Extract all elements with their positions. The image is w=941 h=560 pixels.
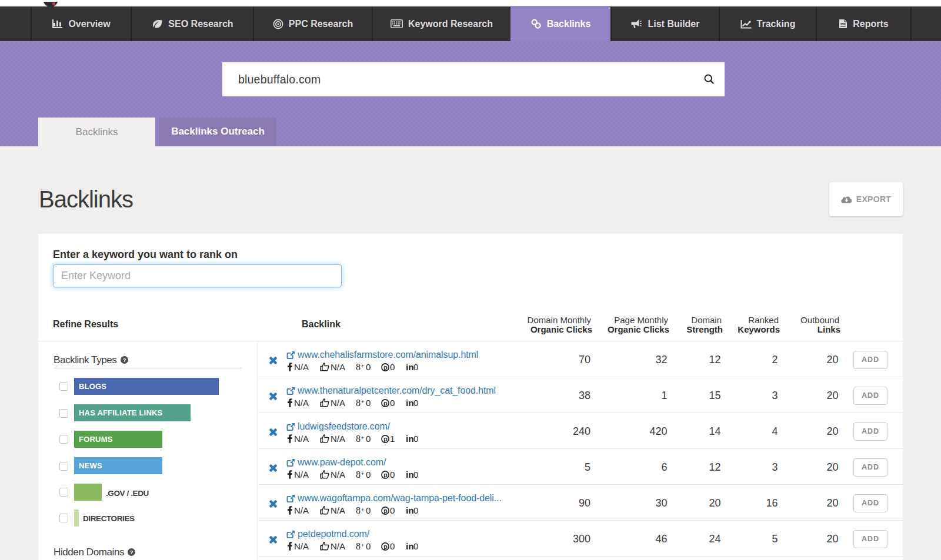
svg-text:+: + [361, 471, 364, 477]
svg-text:p: p [383, 400, 387, 407]
svg-text:+: + [361, 542, 364, 548]
svg-text:+: + [361, 435, 364, 441]
svg-text:?: ? [130, 549, 134, 555]
svg-text:8: 8 [356, 470, 361, 478]
svg-text:+: + [361, 363, 364, 369]
svg-text:8: 8 [356, 506, 361, 514]
svg-text:?: ? [123, 357, 126, 363]
svg-text:8: 8 [356, 434, 361, 442]
svg-text:in: in [406, 506, 414, 514]
svg-text:in: in [406, 434, 414, 442]
svg-text:8: 8 [356, 542, 361, 550]
svg-text:p: p [383, 543, 387, 550]
svg-text:in: in [406, 470, 414, 478]
svg-text:p: p [383, 471, 387, 478]
svg-text:in: in [406, 398, 414, 407]
svg-text:+: + [361, 399, 364, 405]
svg-text:8: 8 [356, 363, 361, 371]
svg-text:in: in [406, 542, 414, 550]
svg-text:p: p [383, 364, 387, 371]
svg-text:8: 8 [356, 398, 361, 407]
svg-text:p: p [383, 507, 387, 514]
svg-text:+: + [361, 507, 364, 512]
svg-text:in: in [406, 363, 414, 371]
svg-text:p: p [383, 435, 387, 442]
